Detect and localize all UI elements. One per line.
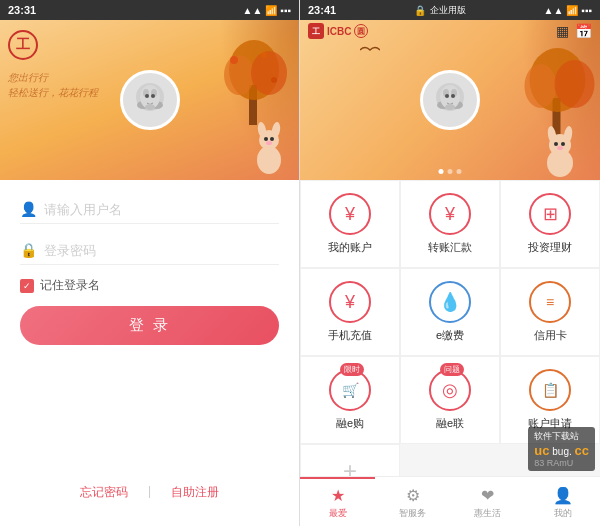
remember-row[interactable]: 记住登录名 [20, 277, 279, 294]
right-rabbit-svg [533, 113, 588, 178]
svg-point-13 [230, 56, 238, 64]
add-icon: + [343, 457, 357, 476]
right-time: 23:41 [308, 4, 336, 16]
dot-3 [457, 169, 462, 174]
svg-point-15 [271, 77, 277, 83]
banner-text-line1: 您出行行 [8, 70, 98, 85]
icbc-circle-icon: 圆 [354, 24, 368, 38]
right-wifi-icon: 📶 [566, 5, 578, 16]
footer-divider: | [148, 484, 151, 501]
svg-point-34 [525, 64, 557, 108]
nav-life[interactable]: ❤ 惠生活 [450, 477, 525, 526]
nav-smart[interactable]: ⚙ 智服务 [375, 477, 450, 526]
lock-icon: 🔒 [20, 242, 36, 258]
svg-point-11 [224, 55, 254, 95]
forgot-password-link[interactable]: 忘记密码 [80, 484, 128, 501]
username-input[interactable] [44, 202, 279, 217]
password-input[interactable] [44, 243, 279, 258]
watermark-extra: 83 RAmU [534, 458, 589, 468]
svg-point-8 [145, 104, 155, 110]
menu-item-transfer[interactable]: ¥ 转账汇款 [400, 180, 500, 268]
svg-point-22 [266, 141, 272, 145]
credit-icon: ≡ [546, 294, 554, 310]
right-status-icons: ▲▲ 📶 ▪▪▪ [544, 5, 592, 16]
nav-favorites[interactable]: ★ 最爱 [300, 477, 375, 526]
remember-checkbox[interactable] [20, 279, 34, 293]
life-label: 惠生活 [474, 507, 501, 520]
watermark: 软件下载站 uc bug. cc 83 RAmU [528, 427, 595, 471]
account-icon-circle: ¥ [329, 193, 371, 235]
left-status-bar: 23:31 ▲▲ 📶 ▪▪▪ [0, 0, 299, 20]
eshop-label: 融e购 [336, 416, 364, 431]
battery-icon: ▪▪▪ [280, 5, 291, 16]
right-phone: 23:41 🔒 企业用版 ▲▲ 📶 ▪▪▪ 工 ICBC 圆 ▦ 📅 [300, 0, 600, 526]
menu-item-invest[interactable]: ⊞ 投资理财 [500, 180, 600, 268]
menu-item-credit[interactable]: ≡ 信用卡 [500, 268, 600, 356]
svg-point-41 [561, 142, 565, 146]
rabbit-svg [244, 105, 294, 175]
elink-icon: ◎ [442, 379, 458, 401]
dot-2 [448, 169, 453, 174]
banner-text: 您出行行 轻松送行，花花行程 [8, 70, 98, 100]
me-icon: 👤 [553, 486, 573, 505]
signal-icon: ▲▲ [243, 5, 263, 16]
nav-me[interactable]: 👤 我的 [525, 477, 600, 526]
eshop-icon: 🛒 [342, 382, 359, 398]
watermark-label: 软件下载站 [534, 430, 589, 443]
account-label: 我的账户 [328, 240, 372, 255]
left-status-icons: ▲▲ 📶 ▪▪▪ [243, 5, 291, 16]
topup-label: 手机充值 [328, 328, 372, 343]
lock-top-icon: 🔒 [414, 5, 426, 16]
topup-icon: ¥ [345, 292, 355, 313]
right-elephant-svg [425, 75, 475, 125]
right-banner: 工 ICBC 圆 ▦ 📅 [300, 20, 600, 180]
life-icon: ❤ [481, 486, 494, 505]
right-banner-actions: ▦ 📅 [556, 23, 592, 39]
right-status-bar: 23:41 🔒 企业用版 ▲▲ 📶 ▪▪▪ [300, 0, 600, 20]
smart-icon: ⚙ [406, 486, 420, 505]
credit-label: 信用卡 [534, 328, 567, 343]
left-avatar [120, 70, 180, 130]
svg-point-42 [557, 146, 563, 150]
topup-icon-circle: ¥ [329, 281, 371, 323]
menu-item-elink[interactable]: 问题 ◎ 融e联 [400, 356, 500, 444]
dot-1 [439, 169, 444, 174]
bird-svg [360, 45, 380, 55]
calendar-icon[interactable]: 📅 [575, 23, 592, 39]
bottom-nav: ★ 最爱 ⚙ 智服务 ❤ 惠生活 👤 我的 [300, 476, 600, 526]
user-icon: 👤 [20, 201, 36, 217]
left-phone: 23:31 ▲▲ 📶 ▪▪▪ 工 您出行行 轻松送行，花花行程 [0, 0, 300, 526]
transfer-icon-circle: ¥ [429, 193, 471, 235]
icbc-logo: 工 ICBC 圆 [308, 23, 368, 39]
login-button[interactable]: 登 录 [20, 306, 279, 345]
elephant-avatar-svg [125, 75, 175, 125]
credit-icon-circle: ≡ [529, 281, 571, 323]
menu-item-topup[interactable]: ¥ 手机充值 [300, 268, 400, 356]
epay-icon: 💧 [439, 291, 461, 313]
right-avatar [420, 70, 480, 130]
menu-item-eshop[interactable]: 限时 🛒 融e购 [300, 356, 400, 444]
svg-point-35 [555, 60, 595, 108]
favorites-label: 最爱 [329, 507, 347, 520]
right-status-center: 🔒 企业用版 [414, 4, 466, 17]
transfer-label: 转账汇款 [428, 240, 472, 255]
menu-add-button[interactable]: + [300, 444, 400, 476]
scan-icon[interactable]: ▦ [556, 23, 569, 39]
wifi-icon: 📶 [265, 5, 277, 16]
transfer-icon: ¥ [445, 204, 455, 225]
account-icon: ¥ [345, 204, 355, 225]
svg-point-6 [145, 94, 149, 98]
smart-label: 智服务 [399, 507, 426, 520]
watermark-site: uc bug. cc [534, 443, 589, 458]
login-footer: 忘记密码 | 自助注册 [20, 474, 279, 511]
svg-point-20 [264, 137, 268, 141]
password-row: 🔒 [20, 236, 279, 265]
menu-item-epay[interactable]: 💧 e缴费 [400, 268, 500, 356]
epay-label: e缴费 [436, 328, 464, 343]
banner-dots [439, 169, 462, 174]
svg-point-31 [445, 104, 455, 110]
menu-item-account[interactable]: ¥ 我的账户 [300, 180, 400, 268]
register-link[interactable]: 自助注册 [171, 484, 219, 501]
watermark-uc: uc [534, 443, 549, 458]
right-signal-icon: ▲▲ [544, 5, 564, 16]
